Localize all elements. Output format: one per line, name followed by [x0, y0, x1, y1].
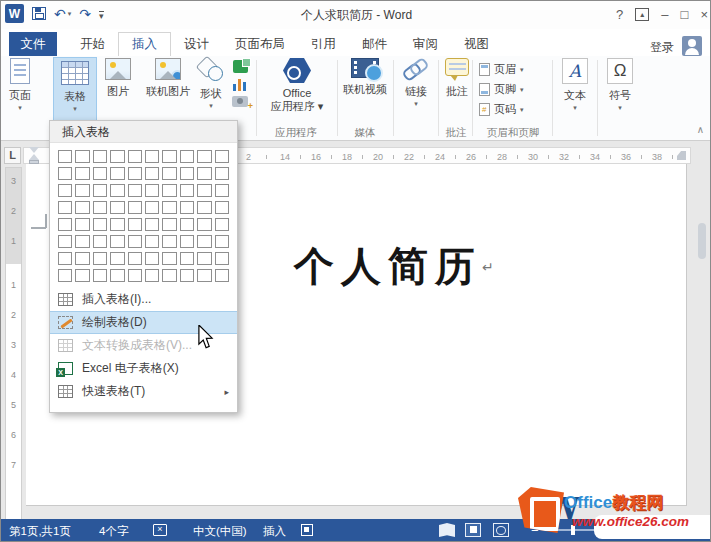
table-grid-cell[interactable]	[58, 150, 72, 163]
minimize-icon[interactable]: –	[661, 7, 668, 22]
table-grid-cell[interactable]	[162, 201, 176, 214]
table-grid-cell[interactable]	[75, 235, 89, 248]
table-grid-cell[interactable]	[180, 167, 194, 180]
menu-item-excel-spreadsheet[interactable]: Excel 电子表格(X)	[50, 357, 237, 380]
page-number-button[interactable]: 页码▾	[479, 102, 524, 117]
table-grid-cell[interactable]	[180, 235, 194, 248]
table-grid-cell[interactable]	[93, 269, 107, 282]
first-line-indent-marker[interactable]	[29, 147, 39, 153]
table-grid-cell[interactable]	[145, 167, 159, 180]
table-grid-cell[interactable]	[180, 150, 194, 163]
tab-home[interactable]: 开始	[67, 32, 118, 56]
table-grid-cell[interactable]	[93, 167, 107, 180]
menu-item-insert-table[interactable]: 插入表格(I)...	[50, 288, 237, 311]
online-video-button[interactable]: 联机视频	[341, 58, 389, 97]
table-grid-cell[interactable]	[215, 184, 229, 197]
table-grid-cell[interactable]	[162, 150, 176, 163]
tab-view[interactable]: 视图	[451, 32, 502, 56]
table-grid-cell[interactable]	[215, 252, 229, 265]
tab-review[interactable]: 审阅	[400, 32, 451, 56]
table-grid-cell[interactable]	[197, 252, 211, 265]
table-grid-cell[interactable]	[75, 167, 89, 180]
symbol-button[interactable]: Ω 符号▾	[602, 58, 638, 112]
table-grid-cell[interactable]	[197, 235, 211, 248]
print-layout-icon[interactable]	[465, 523, 481, 537]
table-grid-cell[interactable]	[215, 269, 229, 282]
table-grid-cell[interactable]	[58, 235, 72, 248]
spellcheck-icon[interactable]: ×	[153, 524, 167, 536]
table-grid-cell[interactable]	[145, 269, 159, 282]
table-grid-cell[interactable]	[145, 218, 159, 231]
table-grid-cell[interactable]	[180, 252, 194, 265]
table-grid-cell[interactable]	[197, 150, 211, 163]
table-grid-cell[interactable]	[110, 201, 124, 214]
table-grid-cell[interactable]	[58, 201, 72, 214]
table-grid-cell[interactable]	[128, 218, 142, 231]
table-grid-cell[interactable]	[128, 235, 142, 248]
table-grid-cell[interactable]	[197, 269, 211, 282]
table-grid-cell[interactable]	[58, 252, 72, 265]
collapse-ribbon-icon[interactable]: ∧	[697, 124, 704, 135]
table-grid-cell[interactable]	[75, 252, 89, 265]
table-grid-cell[interactable]	[128, 150, 142, 163]
right-indent-marker[interactable]	[677, 151, 686, 160]
online-pictures-button[interactable]: 联机图片	[146, 58, 190, 99]
table-grid-cell[interactable]	[75, 201, 89, 214]
table-grid-cell[interactable]	[128, 184, 142, 197]
table-grid-cell[interactable]	[75, 150, 89, 163]
table-grid-cell[interactable]	[162, 167, 176, 180]
table-grid-cell[interactable]	[162, 269, 176, 282]
user-avatar[interactable]	[682, 36, 702, 56]
read-mode-icon[interactable]	[439, 523, 455, 537]
menu-item-quick-tables[interactable]: 快速表格(T) ▸	[50, 380, 237, 403]
page-count-indicator[interactable]: 第1页,共1页	[9, 524, 71, 539]
tab-stop-selector[interactable]: L	[4, 147, 21, 164]
table-grid-cell[interactable]	[75, 218, 89, 231]
table-grid-cell[interactable]	[58, 167, 72, 180]
table-grid-cell[interactable]	[110, 235, 124, 248]
links-button[interactable]: 链接▾	[397, 58, 435, 108]
insert-mode-indicator[interactable]: 插入	[263, 524, 286, 539]
table-grid-cell[interactable]	[180, 218, 194, 231]
table-grid-cell[interactable]	[110, 252, 124, 265]
table-grid-cell[interactable]	[93, 184, 107, 197]
table-grid-cell[interactable]	[58, 269, 72, 282]
table-grid-cell[interactable]	[180, 201, 194, 214]
indent-markers[interactable]	[29, 147, 41, 164]
tab-file[interactable]: 文件	[9, 32, 57, 56]
table-grid-cell[interactable]	[145, 252, 159, 265]
sign-in-link[interactable]: 登录	[650, 39, 674, 56]
table-grid-cell[interactable]	[75, 184, 89, 197]
smartart-icon[interactable]	[233, 60, 248, 73]
table-grid-cell[interactable]	[145, 201, 159, 214]
tab-page-layout[interactable]: 页面布局	[222, 32, 298, 56]
table-grid-cell[interactable]	[215, 150, 229, 163]
tab-insert[interactable]: 插入	[118, 32, 171, 56]
table-grid-cell[interactable]	[197, 167, 211, 180]
word-count-indicator[interactable]: 4个字	[99, 524, 128, 539]
office-apps-button[interactable]: Office 应用程序 ▾	[269, 58, 325, 114]
tab-design[interactable]: 设计	[171, 32, 222, 56]
table-grid-cell[interactable]	[93, 218, 107, 231]
table-grid-cell[interactable]	[215, 218, 229, 231]
tab-references[interactable]: 引用	[298, 32, 349, 56]
table-grid-cell[interactable]	[215, 235, 229, 248]
vertical-scrollbar-thumb[interactable]	[698, 223, 706, 259]
chart-icon[interactable]	[233, 78, 248, 91]
language-indicator[interactable]: 中文(中国)	[193, 524, 247, 539]
screenshot-icon[interactable]	[232, 96, 248, 107]
text-button[interactable]: A 文本▾	[557, 58, 593, 112]
table-grid-cell[interactable]	[93, 252, 107, 265]
table-grid-cell[interactable]	[162, 218, 176, 231]
table-grid-cell[interactable]	[162, 235, 176, 248]
table-grid-cell[interactable]	[58, 184, 72, 197]
table-grid-cell[interactable]	[93, 201, 107, 214]
ribbon-display-options-icon[interactable]: ▴	[635, 8, 649, 21]
help-icon[interactable]: ?	[616, 7, 623, 22]
table-grid-cell[interactable]	[110, 269, 124, 282]
table-grid-cell[interactable]	[93, 150, 107, 163]
table-grid-cell[interactable]	[110, 184, 124, 197]
table-grid-cell[interactable]	[180, 269, 194, 282]
header-button[interactable]: 页眉▾	[479, 62, 524, 77]
table-grid-cell[interactable]	[162, 252, 176, 265]
